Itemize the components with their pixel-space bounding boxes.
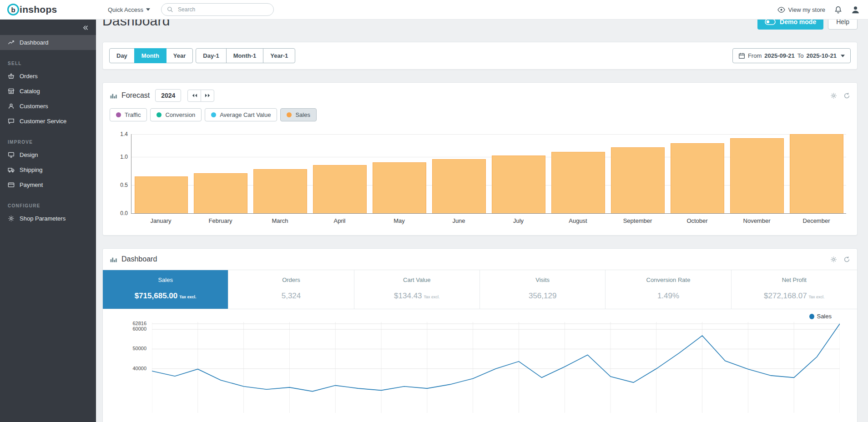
- x-axis-label: September: [608, 217, 667, 224]
- kpi-value: 356,129: [484, 291, 601, 301]
- range-button-year[interactable]: Year: [166, 48, 193, 63]
- legend-toggle-conversion[interactable]: Conversion: [150, 108, 202, 121]
- sidebar-item-shipping[interactable]: Shipping: [0, 162, 96, 177]
- truck-icon: [8, 166, 15, 173]
- range-button-month[interactable]: Month: [134, 48, 167, 63]
- bar-january[interactable]: [135, 176, 188, 213]
- bar-march[interactable]: [253, 169, 307, 213]
- sidebar-sections: SELLOrdersCatalogCustomersCustomer Servi…: [0, 61, 96, 226]
- sidebar-collapse-button[interactable]: [81, 24, 90, 31]
- line-chart-plot: [152, 322, 840, 413]
- forecast-year-nav: [187, 90, 214, 102]
- sidebar-item-design[interactable]: Design: [0, 147, 96, 162]
- kpi-conversion-rate[interactable]: Conversion Rate1.49%: [606, 270, 731, 309]
- bar-february[interactable]: [194, 173, 247, 213]
- bar-slot: [727, 134, 787, 213]
- kpi-grid: Sales$715,685.00Tax excl.Orders5,324Cart…: [103, 270, 857, 309]
- sidebar-section-title-configure: CONFIGURE: [0, 203, 96, 208]
- sales-line-chart: Sales 62816600005000040000: [103, 311, 857, 416]
- top-header: b inshops Quick Access View my store: [0, 0, 868, 20]
- range-button-day[interactable]: Day: [109, 48, 135, 63]
- x-axis-label: June: [429, 217, 489, 224]
- next-year-button[interactable]: [201, 90, 214, 102]
- legend-dot-sales: [287, 112, 292, 117]
- x-axis-label: December: [787, 217, 846, 224]
- kpi-orders[interactable]: Orders5,324: [228, 270, 354, 309]
- kpi-suffix: Tax excl.: [809, 295, 825, 299]
- forecast-panel-header: Forecast 2024: [103, 83, 857, 106]
- range-group-current: DayMonthYear: [109, 48, 193, 63]
- notifications-bell-icon[interactable]: [834, 6, 842, 14]
- bar-december[interactable]: [790, 134, 843, 213]
- search-input[interactable]: [177, 6, 268, 13]
- sidebar-nav: Dashboard SELLOrdersCatalogCustomersCust…: [0, 35, 96, 226]
- to-label: To: [797, 52, 804, 59]
- user-avatar-icon[interactable]: [851, 5, 860, 14]
- range-button-month-1[interactable]: Month-1: [226, 48, 264, 63]
- bar-may[interactable]: [373, 162, 426, 213]
- sidebar-item-dashboard[interactable]: Dashboard: [0, 35, 96, 50]
- eye-icon: [777, 6, 785, 14]
- line-chart-y-tick-label: 60000: [103, 326, 146, 332]
- bar-october[interactable]: [671, 143, 724, 213]
- sidebar-collapse-row: [0, 20, 96, 35]
- view-store-link[interactable]: View my store: [777, 6, 825, 14]
- monitor-icon: [8, 151, 15, 158]
- line-chart-y-tick-label: 40000: [103, 366, 146, 371]
- bar-august[interactable]: [551, 152, 605, 213]
- bar-september[interactable]: [611, 147, 665, 213]
- legend-toggle-average-cart-value[interactable]: Average Cart Value: [205, 108, 277, 121]
- basket-icon: [8, 73, 15, 80]
- line-chart-legend[interactable]: Sales: [809, 313, 832, 320]
- kpi-visits[interactable]: Visits356,129: [480, 270, 606, 309]
- from-label: From: [748, 52, 762, 59]
- legend-toggle-sales[interactable]: Sales: [280, 108, 317, 121]
- refresh-icon[interactable]: [843, 92, 850, 99]
- settings-gear-icon[interactable]: [830, 256, 837, 263]
- forecast-bar-chart: 0.00.51.01.4 JanuaryFebruaryMarchAprilMa…: [103, 128, 857, 224]
- legend-toggle-traffic[interactable]: Traffic: [110, 108, 147, 121]
- range-button-year-1[interactable]: Year-1: [263, 48, 295, 63]
- time-range-toolbar: DayMonthYear Day-1Month-1Year-1 From 202…: [102, 42, 858, 70]
- settings-gear-icon[interactable]: [830, 92, 837, 99]
- kpi-suffix: Tax excl.: [424, 295, 440, 299]
- chevron-down-icon: [146, 8, 150, 11]
- bar-june[interactable]: [432, 159, 486, 213]
- bar-slot: [370, 134, 429, 213]
- bar-november[interactable]: [730, 138, 784, 213]
- forecast-panel-tools: [830, 92, 850, 99]
- sidebar-item-customer-service[interactable]: Customer Service: [0, 114, 96, 129]
- previous-year-button[interactable]: [187, 90, 201, 102]
- card-icon: [8, 181, 15, 188]
- kpi-value: 5,324: [233, 291, 349, 301]
- bar-chart-bars: [131, 134, 846, 213]
- trending-up-icon: [8, 39, 15, 46]
- kpi-cart-value[interactable]: Cart Value$134.43Tax excl.: [354, 270, 480, 309]
- sidebar-item-shop-parameters[interactable]: Shop Parameters: [0, 211, 96, 226]
- refresh-icon[interactable]: [843, 256, 850, 263]
- sidebar-item-label: Shop Parameters: [20, 215, 66, 222]
- sidebar-item-catalog[interactable]: Catalog: [0, 84, 96, 99]
- bar-april[interactable]: [313, 165, 367, 213]
- sidebar-item-orders[interactable]: Orders: [0, 69, 96, 84]
- sidebar-item-customers[interactable]: Customers: [0, 99, 96, 114]
- range-button-day-1[interactable]: Day-1: [196, 48, 226, 63]
- bar-slot: [429, 134, 489, 213]
- quick-access-menu[interactable]: Quick Access: [108, 6, 150, 13]
- logo[interactable]: b inshops: [0, 4, 96, 15]
- dashboard-panel-header: Dashboard: [103, 249, 857, 267]
- x-axis-label: May: [369, 217, 429, 224]
- legend-dot-average-cart-value: [211, 112, 216, 117]
- sidebar-item-label: Catalog: [20, 88, 40, 95]
- line-chart-y-tick-label: 50000: [103, 346, 146, 351]
- dashboard-panel: Dashboard Sales$715,685.00Tax excl.Order…: [102, 248, 858, 422]
- bar-july[interactable]: [492, 156, 545, 213]
- kpi-net-profit[interactable]: Net Profit$272,168.07Tax excl.: [732, 270, 857, 309]
- dashboard-panel-title: Dashboard: [121, 255, 157, 263]
- kpi-value: $134.43Tax excl.: [359, 291, 475, 301]
- date-range-picker[interactable]: From 2025-09-21 To 2025-10-21: [732, 48, 851, 63]
- search-bar[interactable]: [161, 3, 274, 16]
- kpi-sales[interactable]: Sales$715,685.00Tax excl.: [103, 270, 228, 309]
- sidebar-item-payment[interactable]: Payment: [0, 177, 96, 192]
- kpi-label: Visits: [484, 276, 601, 283]
